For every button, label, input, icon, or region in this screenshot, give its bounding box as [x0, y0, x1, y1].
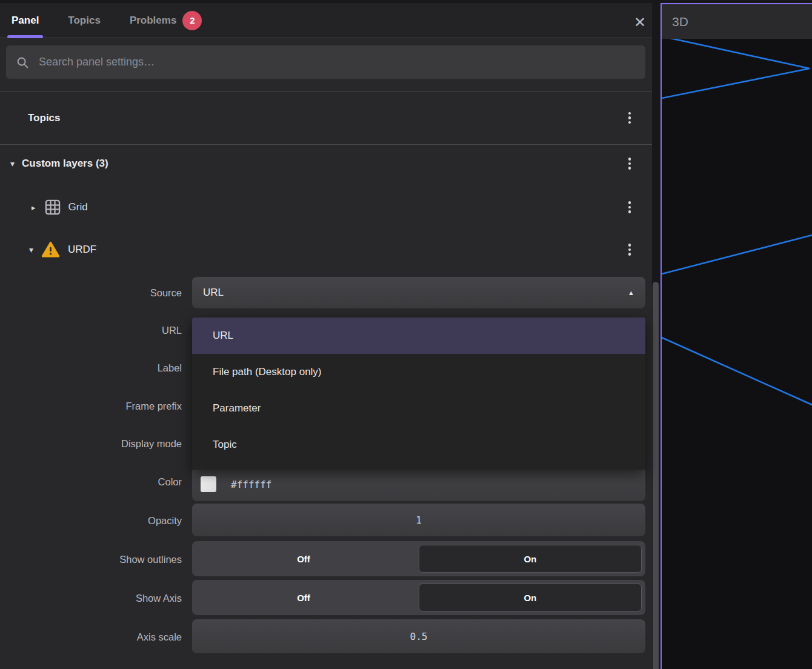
url-label: URL — [0, 325, 182, 336]
chevron-right-icon[interactable]: ▸ — [32, 204, 36, 211]
show-axis-on-label: On — [524, 593, 537, 603]
settings-scrollbar-thumb[interactable] — [653, 282, 659, 669]
dropdown-option-parameter[interactable]: Parameter — [192, 390, 645, 427]
custom-layers-title: Custom layers (3) — [22, 158, 108, 170]
color-label: Color — [0, 476, 182, 488]
layer-row-grid[interactable]: ▸ Grid — [0, 190, 652, 225]
close-icon[interactable]: ✕ — [631, 14, 648, 31]
show-outlines-on-button[interactable]: On — [415, 541, 645, 576]
display-mode-label: Display mode — [0, 438, 182, 450]
dropdown-option-file-path[interactable]: File path (Desktop only) — [192, 354, 645, 390]
custom-layers-menu-icon[interactable] — [625, 157, 634, 170]
dropdown-option-label: Parameter — [213, 402, 261, 414]
show-axis-off-label: Off — [297, 593, 310, 603]
show-axis-label: Show Axis — [0, 593, 182, 604]
source-select-value: URL — [203, 287, 628, 299]
show-axis-toggle: Off On — [192, 580, 645, 615]
chevron-down-icon[interactable]: ▾ — [29, 245, 33, 254]
source-label: Source — [0, 287, 182, 299]
search-box — [6, 45, 645, 79]
tab-problems-label: Problems — [130, 15, 176, 27]
dropdown-option-label: File path (Desktop only) — [213, 366, 322, 378]
warning-icon — [41, 241, 60, 258]
layer-grid-label: Grid — [68, 201, 88, 213]
tab-panel[interactable]: Panel — [7, 3, 43, 38]
show-axis-on-button[interactable]: On — [415, 580, 645, 615]
opacity-input[interactable]: 1 — [192, 504, 645, 536]
panel-3d-header[interactable]: 3D — [662, 4, 812, 39]
settings-tabbar: Panel Topics Problems 2 ✕ — [0, 3, 652, 38]
panel-3d: 3D — [661, 3, 812, 669]
dropdown-option-url[interactable]: URL — [192, 318, 645, 354]
label-field-label: Label — [0, 362, 182, 374]
show-outlines-off-button[interactable]: Off — [192, 541, 415, 576]
grid-icon — [44, 199, 61, 216]
show-outlines-toggle: Off On — [192, 541, 645, 576]
app-screen: Panel Topics Problems 2 ✕ Topics — [0, 0, 812, 669]
custom-layers-header[interactable]: ▾ Custom layers (3) — [0, 145, 652, 182]
color-field[interactable]: #ffffff — [192, 467, 645, 501]
opacity-value: 1 — [416, 514, 422, 526]
source-dropdown-menu: URL File path (Desktop only) Parameter T… — [192, 318, 645, 470]
panel-settings-sidebar: Panel Topics Problems 2 ✕ Topics — [0, 3, 652, 669]
search-input[interactable] — [39, 56, 636, 68]
topics-section-title: Topics — [28, 112, 61, 124]
3d-viewport[interactable] — [662, 39, 812, 669]
tab-problems[interactable]: Problems 2 — [125, 3, 206, 38]
dropdown-option-topic[interactable]: Topic — [192, 427, 645, 463]
show-outlines-on-label: On — [524, 554, 537, 564]
topics-section-header[interactable]: Topics — [0, 92, 652, 144]
topics-menu-icon[interactable] — [625, 112, 634, 125]
layer-urdf-label: URDF — [68, 244, 96, 256]
show-outlines-off-label: Off — [297, 554, 310, 564]
tab-panel-label: Panel — [12, 15, 39, 27]
dropdown-option-label: Topic — [213, 439, 237, 451]
color-swatch[interactable] — [201, 476, 216, 492]
panel-3d-title: 3D — [672, 15, 688, 29]
color-value: #ffffff — [231, 479, 271, 490]
source-select[interactable]: URL ▲ — [192, 277, 645, 308]
axis-scale-label: Axis scale — [0, 631, 182, 643]
problems-count-badge: 2 — [182, 11, 202, 30]
layer-grid-menu-icon[interactable] — [625, 201, 634, 214]
tab-topics-label: Topics — [68, 15, 101, 27]
show-outlines-label: Show outlines — [0, 554, 182, 565]
chevron-up-icon: ▲ — [628, 289, 634, 296]
chevron-down-icon[interactable]: ▾ — [10, 159, 15, 168]
active-tab-underline — [7, 35, 43, 38]
tab-topics[interactable]: Topics — [64, 3, 105, 38]
show-axis-off-button[interactable]: Off — [192, 580, 415, 615]
3d-grid-lines — [662, 39, 812, 669]
search-icon — [16, 56, 29, 69]
layer-row-urdf[interactable]: ▾ URDF — [0, 232, 652, 267]
layer-urdf-menu-icon[interactable] — [625, 243, 634, 256]
axis-scale-value: 0.5 — [410, 631, 428, 642]
frame-prefix-label: Frame prefix — [0, 401, 182, 412]
axis-scale-input[interactable]: 0.5 — [192, 619, 645, 653]
dropdown-option-label: URL — [213, 330, 233, 342]
opacity-label: Opacity — [0, 515, 182, 527]
